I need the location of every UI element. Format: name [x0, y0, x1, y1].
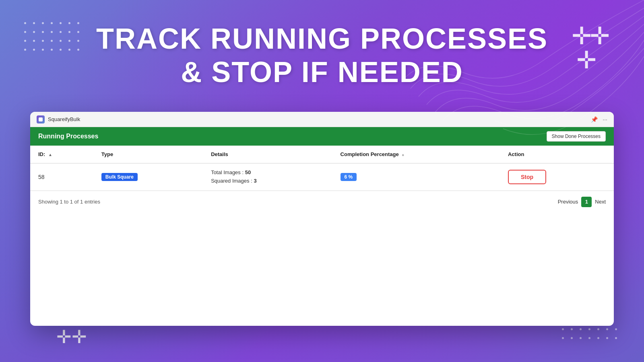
- sort-icon-id[interactable]: ▲: [48, 152, 52, 157]
- hero-title: TRACK RUNNING PROCESSES & STOP IF NEEDED: [0, 22, 644, 89]
- col-type: Type: [93, 146, 203, 163]
- cell-completion: 6 %: [332, 163, 500, 190]
- details-line2: Squared Images : 3: [211, 177, 324, 185]
- hero-line1: TRACK RUNNING PROCESSES: [0, 22, 644, 56]
- cell-action: Stop: [500, 163, 614, 190]
- squared-images-value: 3: [254, 178, 256, 184]
- sort-icon-completion[interactable]: ⬦: [402, 152, 404, 157]
- col-id: ID: ▲: [30, 146, 93, 163]
- pagination-prev[interactable]: Previous: [558, 199, 578, 205]
- app-window: SquareifyBulk 📌 ··· Running Processes Sh…: [30, 112, 614, 326]
- app-icon: [37, 115, 45, 123]
- app-name: SquareifyBulk: [48, 116, 80, 122]
- showing-entries-text: Showing 1 to 1 of 1 entries: [38, 199, 100, 205]
- cell-type: Bulk Square: [93, 163, 203, 190]
- content-area: Running Processes Show Done Processes ID…: [30, 127, 614, 326]
- type-badge: Bulk Square: [101, 173, 138, 181]
- title-bar-left: SquareifyBulk: [37, 115, 80, 123]
- details-line1: Total Images : 50: [211, 169, 324, 177]
- dot-grid-decoration-br: (function(){ const grid = document.query…: [562, 328, 620, 342]
- cell-details: Total Images : 50 Squared Images : 3: [203, 163, 332, 190]
- pagination-current[interactable]: 1: [581, 197, 592, 207]
- total-images-value: 50: [245, 169, 251, 175]
- hero-line2: & STOP IF NEEDED: [0, 56, 644, 89]
- table-footer: Showing 1 to 1 of 1 entries Previous 1 N…: [30, 191, 614, 213]
- table-row: 58 Bulk Square Total Images : 50 Squared…: [30, 163, 614, 190]
- completion-badge: 6 %: [341, 173, 357, 181]
- col-completion: Completion Percentage ⬦: [332, 146, 500, 163]
- pagination-next[interactable]: Next: [595, 199, 606, 205]
- processes-table: ID: ▲ Type Details Completion Percentage…: [30, 146, 614, 191]
- col-action: Action: [500, 146, 614, 163]
- pagination: Previous 1 Next: [558, 197, 606, 207]
- table-header-row: ID: ▲ Type Details Completion Percentage…: [30, 146, 614, 163]
- stop-button[interactable]: Stop: [508, 170, 546, 184]
- section-title: Running Processes: [38, 133, 98, 140]
- col-details: Details: [203, 146, 332, 163]
- cell-id: 58: [30, 163, 93, 190]
